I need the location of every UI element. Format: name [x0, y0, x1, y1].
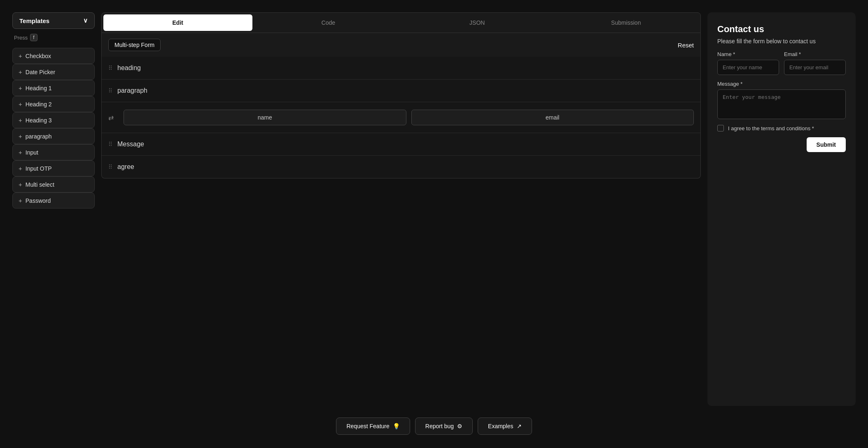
templates-chevron-icon: ∨	[83, 17, 88, 24]
preview-message-textarea[interactable]	[717, 89, 846, 119]
preview-checkbox[interactable]	[717, 125, 724, 131]
form-fields-name-email: name email	[124, 110, 694, 125]
form-row-agree[interactable]: ⠿ agree	[102, 156, 700, 178]
form-row-paragraph[interactable]: ⠿ paragraph	[102, 80, 700, 102]
form-row-label-message: Message	[117, 141, 144, 148]
plus-icon: +	[19, 133, 22, 140]
report-bug-label: Report bug	[425, 423, 454, 429]
sidebar-item-heading-2[interactable]: +Heading 2	[12, 96, 95, 112]
sidebar-item-label: Date Picker	[26, 69, 55, 75]
preview-form: Name * Email * Message * I agree to the …	[717, 51, 846, 152]
form-row-name-email[interactable]: ⇄ name email	[102, 102, 700, 133]
request-feature-button[interactable]: Request Feature 💡	[336, 418, 410, 435]
sidebar-item-label: Multi select	[26, 181, 54, 188]
preview-submit-button[interactable]: Submit	[807, 137, 846, 152]
request-feature-label: Request Feature	[346, 423, 389, 429]
plus-icon: +	[19, 181, 22, 188]
tab-code[interactable]: Code	[254, 13, 403, 33]
preview-title: Contact us	[717, 24, 846, 35]
drag-handle-message: ⠿	[108, 141, 112, 148]
preview-submit-row: Submit	[717, 137, 846, 152]
plus-icon: +	[19, 68, 22, 75]
examples-button[interactable]: Examples ↗	[478, 418, 532, 435]
field-pill-email: email	[411, 110, 694, 125]
sidebar-item-password[interactable]: +Password	[12, 192, 95, 209]
footer: Request Feature 💡 Report bug ⚙ Examples …	[0, 406, 868, 448]
preview-name-label: Name *	[717, 51, 779, 57]
examples-label: Examples	[488, 423, 513, 429]
sidebar: Templates ∨ Press f +Checkbox+Date Picke…	[12, 12, 95, 406]
templates-button[interactable]: Templates ∨	[12, 12, 95, 29]
tab-bar: Edit Code JSON Submission	[101, 12, 701, 33]
plus-icon: +	[19, 84, 22, 91]
preview-subtitle: Please fill the form below to contact us	[717, 38, 846, 45]
form-row-label-paragraph: paragraph	[117, 87, 147, 94]
sidebar-item-label: Heading 3	[26, 117, 52, 124]
preview-panel: Contact us Please fill the form below to…	[707, 12, 856, 406]
plus-icon: +	[19, 149, 22, 156]
external-link-icon: ↗	[517, 423, 522, 429]
form-items: ⠿ heading ⠿ paragraph ⇄ name email ⠿ Mes…	[101, 57, 701, 178]
field-pill-name: name	[124, 110, 406, 125]
preview-checkbox-row: I agree to the terms and conditions *	[717, 125, 846, 131]
plus-icon: +	[19, 197, 22, 204]
sidebar-item-label: Checkbox	[26, 53, 51, 59]
form-title-badge: Multi-step Form	[108, 39, 161, 51]
sidebar-item-label: Input OTP	[26, 165, 52, 172]
preview-name-field: Name *	[717, 51, 779, 75]
preview-message-field: Message *	[717, 81, 846, 119]
plus-icon: +	[19, 101, 22, 108]
form-row-label-heading: heading	[117, 64, 141, 72]
tab-edit[interactable]: Edit	[103, 14, 252, 31]
sidebar-item-label: paragraph	[26, 133, 52, 140]
swap-icon: ⇄	[108, 114, 114, 122]
sidebar-items: +Checkbox+Date Picker+Heading 1+Heading …	[12, 48, 95, 209]
drag-handle-agree: ⠿	[108, 164, 112, 170]
sidebar-item-input-otp[interactable]: +Input OTP	[12, 160, 95, 176]
preview-checkbox-label: I agree to the terms and conditions *	[728, 125, 814, 131]
plus-icon: +	[19, 117, 22, 124]
sidebar-item-label: Heading 2	[26, 101, 52, 108]
sidebar-item-date-picker[interactable]: +Date Picker	[12, 64, 95, 80]
sidebar-item-paragraph[interactable]: +paragraph	[12, 128, 95, 144]
preview-email-field: Email *	[784, 51, 846, 75]
preview-email-label: Email *	[784, 51, 846, 57]
plus-icon: +	[19, 52, 22, 59]
sidebar-item-heading-1[interactable]: +Heading 1	[12, 80, 95, 96]
press-key: f	[30, 34, 37, 41]
templates-label: Templates	[19, 17, 49, 24]
plus-icon: +	[19, 165, 22, 172]
center-panel: Edit Code JSON Submission Multi-step For…	[101, 12, 701, 406]
reset-button[interactable]: Reset	[678, 42, 694, 49]
preview-email-input[interactable]	[784, 60, 846, 75]
preview-name-email-row: Name * Email *	[717, 51, 846, 75]
lightbulb-icon: 💡	[393, 423, 400, 429]
form-row-label-agree: agree	[117, 163, 134, 171]
sidebar-item-multi-select[interactable]: +Multi select	[12, 176, 95, 192]
sidebar-item-label: Input	[26, 149, 38, 156]
sidebar-item-label: Password	[26, 197, 51, 204]
sidebar-item-checkbox[interactable]: +Checkbox	[12, 48, 95, 64]
sidebar-item-label: Heading 1	[26, 85, 52, 91]
preview-name-input[interactable]	[717, 60, 779, 75]
report-bug-button[interactable]: Report bug ⚙	[415, 418, 473, 435]
tab-json[interactable]: JSON	[403, 13, 552, 33]
sidebar-item-heading-3[interactable]: +Heading 3	[12, 112, 95, 128]
preview-message-label: Message *	[717, 81, 846, 87]
bug-icon: ⚙	[457, 423, 462, 429]
form-header: Multi-step Form Reset	[101, 33, 701, 57]
press-hint: Press f	[12, 32, 95, 45]
sidebar-item-input[interactable]: +Input	[12, 144, 95, 160]
drag-handle-paragraph: ⠿	[108, 87, 112, 94]
tab-submission[interactable]: Submission	[552, 13, 701, 33]
drag-handle-heading: ⠿	[108, 65, 112, 71]
form-row-heading[interactable]: ⠿ heading	[102, 57, 700, 80]
form-row-message[interactable]: ⠿ Message	[102, 133, 700, 156]
